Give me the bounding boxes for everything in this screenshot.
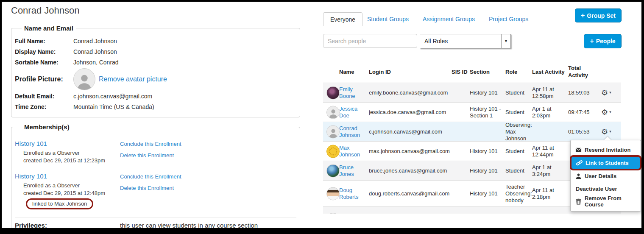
avatar-sun bbox=[326, 145, 340, 158]
course-link[interactable]: History 101 bbox=[15, 140, 120, 147]
default-avatar bbox=[326, 213, 340, 214]
user-name-link[interactable]: Jessica Doe bbox=[339, 105, 357, 118]
add-people-button[interactable]: + People bbox=[584, 34, 622, 48]
enrollment-info: History 101Enrolled as a Observercreated… bbox=[15, 173, 120, 209]
profile-picture-label: Profile Picture: bbox=[15, 75, 73, 83]
header-last-activity: Last Activity bbox=[532, 69, 567, 76]
header-sis-id: SIS ID bbox=[452, 69, 468, 76]
enrolled-as-text: Enrolled as a Observer bbox=[23, 182, 120, 189]
page-title: Conrad Johnson bbox=[11, 5, 300, 16]
tab-student-groups[interactable]: Student Groups bbox=[367, 16, 409, 22]
chevron-down-icon: ▾ bbox=[609, 110, 611, 114]
plus-icon: + bbox=[581, 12, 585, 20]
search-input[interactable] bbox=[323, 34, 417, 48]
avatar-photo bbox=[326, 187, 340, 200]
user-name-link[interactable]: Conrad Johnson bbox=[339, 125, 360, 138]
section-cell: History 101 bbox=[470, 148, 505, 154]
menu-item-remove-from-course[interactable]: Remove From Course bbox=[571, 195, 641, 208]
gear-icon: ⚙ bbox=[601, 127, 608, 136]
roles-filter-select[interactable]: All Roles ▼ bbox=[420, 34, 511, 48]
header-section: Section bbox=[470, 69, 505, 76]
tab-assignment-groups[interactable]: Assignment Groups bbox=[423, 16, 475, 22]
user-name-link: Max Johnson bbox=[339, 144, 367, 158]
tab-project-groups[interactable]: Project Groups bbox=[489, 16, 528, 22]
tab-everyone[interactable]: Everyone bbox=[323, 12, 362, 26]
user-options-button[interactable]: ⚙▾ bbox=[601, 107, 620, 117]
name-and-email-section: Name and Email Full Name:Conrad JohnsonD… bbox=[11, 25, 300, 117]
total-activity-cell: 01:05:53 bbox=[568, 128, 599, 135]
profile-field-value: Conrad Johnson bbox=[73, 48, 296, 55]
remove-avatar-link[interactable]: Remove avatar picture bbox=[99, 75, 167, 83]
profile-field-label: Full Name: bbox=[15, 38, 73, 45]
gear-icon: ⚙ bbox=[601, 88, 608, 98]
conclude-enrollment-link[interactable]: Conclude this Enrollment bbox=[120, 141, 296, 147]
frame-edge bbox=[0, 0, 2, 234]
enrollment-item: History 101Enrolled as a Observercreated… bbox=[15, 173, 296, 209]
menu-item-label: Remove From Course bbox=[585, 195, 637, 208]
delete-enrollment-link[interactable]: Delete this Enrollment bbox=[120, 185, 296, 191]
table-row: Emily Booneemily.boone.canvas@gmail.comH… bbox=[323, 83, 621, 103]
envelope-icon bbox=[575, 146, 582, 153]
profile-field-value: Johnson, Conrad bbox=[73, 59, 296, 66]
memberships-section: Membership(s) History 101Enrolled as a O… bbox=[11, 123, 300, 234]
header-total-activity: Total Activity bbox=[568, 65, 599, 79]
user-options-button[interactable]: ⚙▾ bbox=[601, 213, 620, 214]
last-activity-cell: Apr 11 at 12:58pm bbox=[532, 86, 567, 100]
user-name-link[interactable]: Doug Roberts bbox=[339, 187, 359, 200]
user-name-link[interactable]: Max Johnson bbox=[339, 144, 360, 157]
menu-item-user-details[interactable]: User Details bbox=[571, 170, 641, 182]
avatar bbox=[73, 68, 95, 90]
tab-bar-border bbox=[320, 26, 622, 26]
table-row: Jessica Doejessica.doe.canvas@gmail.comH… bbox=[323, 103, 621, 122]
total-activity-cell: 18:59:03 bbox=[568, 89, 599, 96]
user-options-button[interactable]: ⚙▾ bbox=[601, 127, 620, 136]
profile-field-value: Conrad Johnson bbox=[73, 38, 296, 45]
role-cell: Student bbox=[505, 89, 532, 96]
user-name-link[interactable]: Bruce Jones bbox=[339, 164, 354, 177]
created-date-text: created Dec 29, 2015 at 12:48pm bbox=[23, 190, 120, 196]
menu-item-link-to-students[interactable]: Link to Students bbox=[572, 157, 640, 169]
row-options-cell: ⚙▾ bbox=[601, 88, 620, 98]
user-options-menu: Resend InvitationLink to StudentsUser De… bbox=[570, 140, 641, 212]
table-header: Name Login ID SIS ID Section Role Last A… bbox=[323, 61, 621, 83]
default-avatar bbox=[326, 106, 340, 119]
last-activity-cell: Apr 1 at 3:24pm bbox=[532, 164, 567, 178]
login-id-cell: bruce.jones.canvas@gmail.com bbox=[369, 167, 452, 174]
section-cell: History 101 bbox=[470, 190, 505, 197]
delete-enrollment-link[interactable]: Delete this Enrollment bbox=[120, 152, 296, 159]
trash-icon bbox=[575, 198, 582, 205]
profile-field-label: Sortable Name: bbox=[15, 59, 73, 66]
profile-fields: Full Name:Conrad JohnsonDisplay Name:Con… bbox=[15, 38, 296, 66]
plus-icon: + bbox=[590, 37, 594, 45]
sun-pattern bbox=[329, 147, 337, 155]
menu-item-deactivate-user[interactable]: Deactivate User bbox=[571, 182, 641, 195]
user-name-link[interactable]: Emily Boone bbox=[339, 86, 355, 99]
avatar-cell bbox=[326, 145, 340, 158]
course-link[interactable]: History 101 bbox=[15, 173, 120, 180]
login-id-cell: emily.boone.canvas@gmail.com bbox=[369, 89, 452, 96]
header-name: Name bbox=[339, 69, 367, 76]
linked-observer-wrap: linked to Max Johnson bbox=[23, 198, 120, 209]
login-id-cell: doug.roberts.canvas@gmail.com bbox=[369, 190, 452, 197]
section-cell: History 101 bbox=[470, 89, 505, 96]
conclude-enrollment-link[interactable]: Conclude this Enrollment bbox=[120, 173, 296, 180]
enrollment-actions: Conclude this EnrollmentDelete this Enro… bbox=[120, 173, 296, 209]
time-zone-value: Mountain Time (US & Canada) bbox=[73, 103, 296, 110]
avatar-cell bbox=[326, 187, 340, 200]
default-email-label: Default Email: bbox=[15, 93, 73, 100]
profile-field-label: Display Name: bbox=[15, 48, 73, 55]
menu-item-label: Deactivate User bbox=[576, 186, 617, 192]
enrolled-as-text: Enrolled as a Observer bbox=[23, 150, 120, 156]
menu-item-resend-invitation[interactable]: Resend Invitation bbox=[571, 143, 641, 156]
row-options-cell: ⚙▾ bbox=[601, 107, 620, 117]
add-group-set-button[interactable]: + Group Set bbox=[575, 8, 622, 22]
role-cell: Student bbox=[505, 148, 532, 154]
menu-caret bbox=[604, 136, 611, 140]
page: Conrad Johnson Name and Email Full Name:… bbox=[0, 0, 644, 234]
link-icon bbox=[576, 159, 583, 166]
last-activity-cell: Apr 11 at 2:18pm bbox=[532, 187, 567, 201]
name-and-email-legend: Name and Email bbox=[22, 25, 76, 32]
user-options-button[interactable]: ⚙▾ bbox=[601, 88, 620, 98]
avatar-cell bbox=[326, 213, 340, 214]
avatar-cell bbox=[326, 86, 340, 99]
